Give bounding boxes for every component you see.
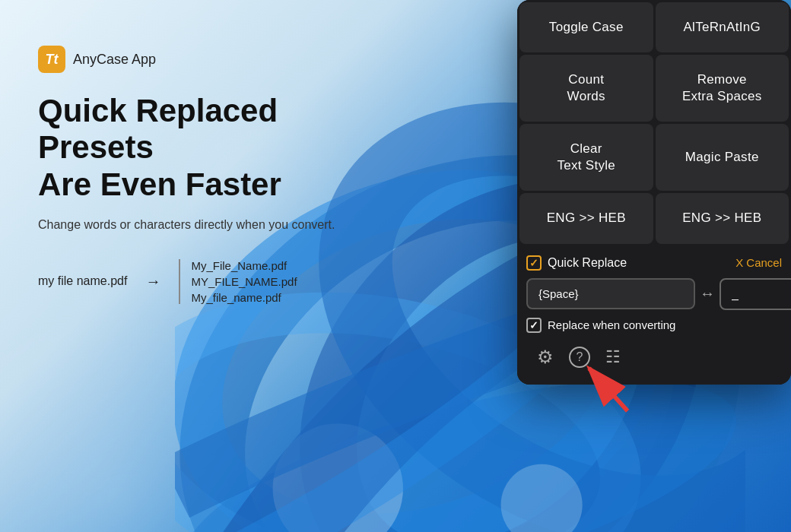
eng-heb-button-2[interactable]: ENG >> HEB [656, 193, 789, 243]
qr-replace-when: ✓ Replace when converting [526, 318, 782, 333]
left-panel: Tt AnyCase App Quick Replaced Presets Ar… [0, 0, 434, 532]
quick-replace-section: ✓ Quick Replace X Cancel ↔ Rep. ✓ Replac… [517, 246, 791, 385]
example-results: My_File_Name.pdf MY_FILE_NAME.pdf My_fil… [179, 259, 297, 304]
app-logo: Tt AnyCase App [38, 46, 396, 73]
arrow-right: → [145, 273, 160, 290]
replace-when-checkbox[interactable]: ✓ [526, 318, 542, 333]
qr-inputs: ↔ Rep. [526, 278, 782, 310]
svg-line-9 [589, 369, 628, 411]
settings-icon[interactable]: ⚙ [537, 347, 554, 368]
remove-extra-spaces-button[interactable]: RemoveExtra Spaces [656, 55, 789, 122]
bottom-icons: ⚙ ? ☷ [526, 342, 782, 378]
result-2: MY_FILE_NAME.pdf [191, 275, 297, 288]
popup-grid: Toggle Case AlTeRnAtInG CountWords Remov… [517, 0, 791, 246]
main-title: Quick Replaced Presets Are Even Faster [38, 93, 396, 203]
alternating-button[interactable]: AlTeRnAtInG [656, 2, 789, 52]
magic-paste-button[interactable]: Magic Paste [656, 124, 789, 191]
example-section: my file name.pdf → My_File_Name.pdf MY_F… [38, 259, 396, 304]
clear-text-style-button[interactable]: ClearText Style [519, 124, 653, 191]
toggle-case-button[interactable]: Toggle Case [519, 2, 653, 52]
qr-label: ✓ Quick Replace [526, 255, 627, 271]
example-source: my file name.pdf [38, 274, 127, 288]
qr-swap-arrow: ↔ [700, 285, 715, 302]
app-icon: Tt [38, 46, 65, 73]
qr-header: ✓ Quick Replace X Cancel [526, 255, 782, 271]
eng-heb-button-1[interactable]: ENG >> HEB [519, 193, 653, 243]
count-words-button[interactable]: CountWords [519, 55, 653, 122]
right-panel: Toggle Case AlTeRnAtInG CountWords Remov… [494, 0, 791, 532]
red-arrow [572, 351, 640, 420]
replace-when-label: Replace when converting [548, 318, 675, 331]
qr-to-input[interactable] [720, 278, 791, 310]
subtitle: Change words or characters directly when… [38, 218, 396, 232]
qr-cancel-button[interactable]: X Cancel [735, 256, 782, 269]
quick-replace-checkbox[interactable]: ✓ [526, 255, 542, 271]
result-3: My_file_name.pdf [191, 291, 297, 304]
result-1: My_File_Name.pdf [191, 259, 297, 272]
qr-from-input[interactable] [526, 278, 695, 309]
app-popup: Toggle Case AlTeRnAtInG CountWords Remov… [517, 0, 791, 385]
app-name: AnyCase App [73, 52, 156, 68]
